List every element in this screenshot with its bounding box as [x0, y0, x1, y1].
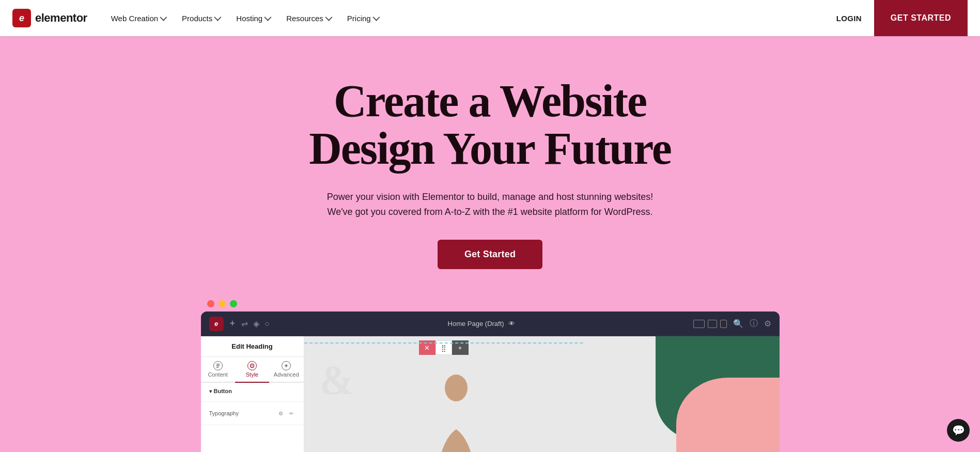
- info-icon[interactable]: ⓘ: [750, 318, 758, 329]
- typography-field-row: Typography ⚙ ✏: [209, 407, 295, 419]
- navbar: e elementor Web Creation Products Hostin…: [0, 0, 980, 36]
- mobile-view-icon[interactable]: [720, 320, 727, 328]
- canvas-ampersand: &: [320, 357, 354, 404]
- login-button[interactable]: LOGIN: [824, 9, 874, 28]
- layers-icon[interactable]: ◈: [253, 319, 259, 329]
- dot-yellow: [219, 300, 226, 307]
- editor-content: Edit Heading Content Style: [201, 336, 780, 452]
- chat-icon: 💬: [952, 424, 965, 437]
- panel-tab-content[interactable]: Content: [201, 357, 235, 382]
- browser-dots: [201, 300, 780, 311]
- right-canvas: [583, 336, 780, 452]
- nav-item-hosting[interactable]: Hosting: [229, 10, 277, 27]
- browser-toolbar: e + ⇌ ◈ ○ Home Page (Draft) 👁: [201, 311, 780, 336]
- nav-item-products[interactable]: Products: [175, 10, 227, 27]
- toolbar-plus-icon[interactable]: +: [230, 318, 236, 329]
- undo-icon[interactable]: ⇌: [241, 319, 248, 329]
- left-panel: Edit Heading Content Style: [201, 336, 304, 452]
- style-tab-icon: [247, 361, 257, 370]
- close-button[interactable]: ✕: [419, 340, 435, 355]
- logo-link[interactable]: e elementor: [12, 9, 87, 27]
- panel-typography-section: Typography ⚙ ✏: [201, 402, 304, 425]
- chevron-down-icon: [160, 14, 167, 21]
- typography-label: Typography: [209, 410, 239, 416]
- chevron-down-icon: [214, 14, 222, 21]
- panel-heading: Edit Heading: [201, 336, 304, 357]
- person-preview: [425, 367, 487, 452]
- hero-subtitle: Power your vision with Elementor to buil…: [325, 190, 656, 220]
- comment-icon[interactable]: ○: [265, 319, 270, 329]
- chat-bubble-button[interactable]: 💬: [947, 419, 970, 442]
- chevron-down-icon: [264, 14, 271, 21]
- page-title-label: Home Page (Draft): [448, 320, 504, 328]
- elementor-toolbar-icon: e: [209, 317, 224, 331]
- toolbar-icons-group: ⇌ ◈ ○: [241, 319, 270, 329]
- browser-window: e + ⇌ ◈ ○ Home Page (Draft) 👁: [201, 311, 780, 452]
- add-element-button[interactable]: +: [452, 340, 469, 355]
- panel-section-label: Button: [209, 388, 295, 394]
- settings-icon[interactable]: ⚙: [764, 319, 771, 329]
- logo-icon: e: [12, 9, 31, 27]
- hero-section: Create a Website Design Your Future Powe…: [0, 36, 980, 452]
- panel-tab-advanced[interactable]: Advanced: [269, 357, 303, 382]
- view-icons: [693, 320, 727, 328]
- panel-button-section: Button: [201, 383, 304, 402]
- dot-green: [230, 300, 237, 307]
- chevron-down-icon: [325, 14, 332, 21]
- nav-right: LOGIN GET STARTED: [824, 0, 968, 36]
- search-icon[interactable]: 🔍: [733, 319, 743, 329]
- svg-point-2: [445, 375, 468, 401]
- toolbar-right: 🔍 ⓘ ⚙: [693, 318, 771, 329]
- toolbar-center: Home Page (Draft) 👁: [276, 320, 687, 328]
- nav-item-resources[interactable]: Resources: [279, 10, 338, 27]
- eye-icon: 👁: [508, 320, 515, 328]
- svg-point-1: [252, 365, 253, 366]
- tablet-view-icon[interactable]: [708, 320, 717, 328]
- main-canvas: ✕ ⣿ + &: [304, 336, 583, 452]
- get-started-button-nav[interactable]: GET STARTED: [874, 0, 968, 36]
- nav-item-web-creation[interactable]: Web Creation: [104, 10, 173, 27]
- get-started-button-hero[interactable]: Get Started: [438, 240, 542, 269]
- typography-icons: ⚙ ✏: [277, 409, 295, 417]
- advanced-tab-icon: [282, 361, 291, 370]
- edit-controls: ✕ ⣿ +: [419, 340, 469, 355]
- logo-text: elementor: [35, 11, 87, 25]
- dot-red: [207, 300, 214, 307]
- nav-links: Web Creation Products Hosting Resources …: [104, 10, 824, 27]
- drag-handle[interactable]: ⣿: [435, 340, 452, 355]
- typography-settings-icon[interactable]: ⚙: [277, 409, 285, 417]
- content-tab-icon: [213, 361, 223, 370]
- panel-tab-style[interactable]: Style: [235, 357, 269, 383]
- typography-edit-icon[interactable]: ✏: [287, 409, 295, 417]
- nav-item-pricing[interactable]: Pricing: [340, 10, 385, 27]
- chevron-down-icon: [372, 14, 380, 21]
- desktop-view-icon[interactable]: [693, 320, 705, 328]
- browser-mockup: e + ⇌ ◈ ○ Home Page (Draft) 👁: [201, 300, 780, 452]
- panel-tabs: Content Style Advanced: [201, 357, 304, 383]
- hero-title: Create a Website Design Your Future: [10, 77, 970, 173]
